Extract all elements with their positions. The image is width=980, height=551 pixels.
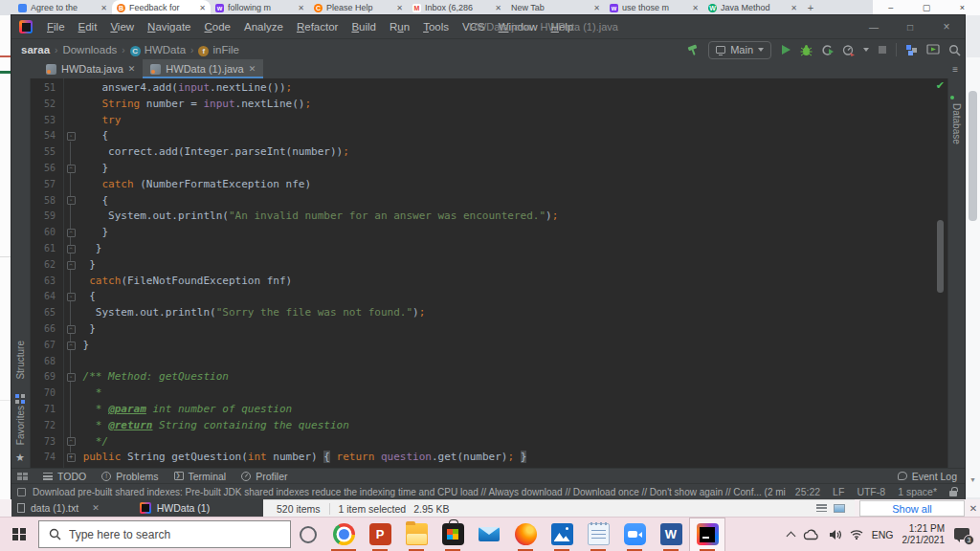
file-encoding[interactable]: UTF-8 [857, 486, 885, 497]
fold-gutter[interactable]: ^ [65, 338, 77, 354]
menu-edit[interactable]: Edit [72, 15, 104, 38]
menu-file[interactable]: File [40, 15, 72, 38]
taskbar-clock[interactable]: 1:21 PM 2/21/2021 [902, 523, 946, 546]
taskbar-notepad[interactable] [580, 518, 616, 551]
close-icon[interactable]: ✕ [92, 503, 100, 513]
line-number[interactable]: 62 [31, 257, 56, 274]
tool-button-profiler[interactable]: Profiler [241, 471, 287, 482]
onedrive-icon[interactable] [803, 529, 820, 540]
fold-gutter[interactable]: + [65, 450, 77, 466]
lock-icon[interactable] [949, 491, 957, 496]
tab-close-icon[interactable]: ✕ [692, 4, 699, 12]
line-number[interactable]: 63 [31, 274, 56, 290]
details-view-icon[interactable] [816, 504, 827, 513]
line-number[interactable]: 74 [31, 450, 56, 466]
tab-close-icon[interactable]: ✕ [100, 4, 107, 12]
line-number[interactable]: 60 [31, 225, 56, 241]
line-number[interactable]: 54 [31, 128, 56, 144]
fold-marker-icon[interactable]: - [67, 293, 76, 301]
line-number[interactable]: 64 [31, 289, 56, 305]
caret-position[interactable]: 25:22 [795, 486, 820, 497]
browser-tab[interactable]: WJava Method✕ [703, 0, 802, 15]
code-text[interactable]: System.out.println("An invalid number fo… [77, 209, 932, 225]
fold-marker-icon[interactable]: ^ [67, 229, 76, 237]
code-line[interactable]: 62^ } [31, 257, 932, 274]
taskbar-store[interactable] [434, 518, 471, 551]
volume-icon[interactable] [829, 529, 841, 540]
code-line[interactable]: 72 * @return String containing the quest… [31, 418, 932, 434]
line-number[interactable]: 72 [31, 418, 56, 434]
browser-minimize-button[interactable]: – [873, 0, 908, 15]
tab-list-icon[interactable]: ≡ [952, 64, 957, 75]
inspections-ok-icon[interactable]: ✔ [936, 79, 945, 92]
code-text[interactable]: catch(FileNotFoundException fnf) [77, 274, 932, 290]
taskbar-explorer[interactable] [398, 518, 434, 551]
taskbar-search[interactable] [38, 520, 291, 548]
fold-marker-icon[interactable]: ^ [67, 437, 76, 446]
code-text[interactable]: { [77, 289, 932, 305]
fold-gutter[interactable]: - [65, 128, 77, 144]
background-window-label[interactable]: HWData (1) [157, 502, 210, 514]
fold-gutter[interactable] [65, 209, 77, 225]
code-line[interactable]: 73^ */ [31, 434, 932, 451]
run-with-coverage-button[interactable] [821, 41, 834, 58]
line-separator[interactable]: LF [833, 486, 844, 497]
stop-button[interactable] [878, 41, 887, 58]
scrollbar-thumb[interactable] [969, 91, 977, 221]
taskbar-word[interactable]: W [653, 518, 689, 551]
browser-tab[interactable]: wuse those m✕ [605, 0, 703, 15]
taskbar-firefox[interactable] [507, 518, 544, 551]
line-number[interactable]: 57 [31, 177, 56, 193]
background-tasks-icon[interactable] [17, 488, 26, 496]
profiler-button[interactable] [842, 41, 855, 58]
tool-button-todo[interactable]: TODO [43, 471, 86, 482]
code-line[interactable]: 71 * @param int number of question [31, 402, 932, 418]
code-text[interactable]: * [77, 386, 932, 402]
new-tab-button[interactable]: + [802, 0, 819, 15]
code-line[interactable]: 66^ } [31, 321, 932, 338]
breadcrumb-item[interactable]: saraa [21, 44, 50, 55]
taskbar-chrome[interactable] [325, 518, 362, 551]
code-line[interactable]: 54- { [31, 128, 932, 144]
code-line[interactable]: 57 catch (NumberFormatException nfe) [31, 177, 932, 193]
code-line[interactable]: 69- /** Method: getQuestion [31, 369, 932, 386]
menu-navigate[interactable]: Navigate [141, 15, 197, 38]
code-text[interactable]: { [77, 128, 932, 144]
code-line[interactable]: 64- { [31, 289, 932, 305]
code-text[interactable]: } [77, 321, 932, 338]
fold-marker-icon[interactable]: - [67, 196, 76, 205]
fold-gutter[interactable]: ^ [65, 161, 77, 177]
code-text[interactable]: { [77, 193, 932, 209]
fold-gutter[interactable] [65, 354, 77, 370]
profiler-dropdown-icon[interactable] [863, 48, 869, 55]
code-line[interactable]: 68 [31, 354, 932, 370]
code-line[interactable]: 52 String number = input.nextLine(); [31, 97, 932, 113]
browser-tab[interactable]: wfollowing m✕ [211, 0, 309, 15]
fold-gutter[interactable]: - [65, 369, 77, 386]
code-text[interactable]: */ [77, 434, 932, 451]
code-line[interactable]: 56^ } [31, 161, 932, 177]
editor-scrollbar-thumb[interactable] [937, 220, 944, 293]
code-line[interactable]: 70 * [31, 386, 932, 402]
fold-gutter[interactable]: - [65, 193, 77, 209]
line-number[interactable]: 53 [31, 113, 56, 129]
fold-marker-icon[interactable]: ^ [67, 261, 76, 270]
ide-close-button[interactable]: × [928, 15, 965, 38]
code-line[interactable]: 60^ } [31, 225, 932, 241]
code-line[interactable]: 74+ public String getQuestion(int number… [31, 450, 932, 466]
code-line[interactable]: 55 correct.add(Integer.parseInt(number))… [31, 144, 932, 161]
code-area[interactable]: 51 answer4.add(input.nextLine());52 Stri… [31, 78, 932, 468]
debug-button[interactable] [800, 41, 813, 58]
ide-maximize-button[interactable]: □ [892, 15, 928, 38]
fold-marker-icon[interactable]: ^ [67, 245, 76, 253]
background-doc-tab[interactable]: data (1).txt [31, 502, 78, 514]
search-input[interactable] [69, 528, 260, 541]
code-text[interactable]: } [77, 257, 932, 274]
run-anything-icon[interactable] [926, 41, 940, 58]
menu-code[interactable]: Code [198, 15, 238, 38]
input-language[interactable]: ENG [872, 529, 894, 540]
browser-tab[interactable]: CPlease Help✕ [309, 0, 408, 15]
indent-setting[interactable]: 1 space* [898, 486, 937, 497]
breadcrumb-item[interactable]: Downloads [62, 44, 117, 55]
ide-minimize-button[interactable]: — [856, 15, 892, 38]
